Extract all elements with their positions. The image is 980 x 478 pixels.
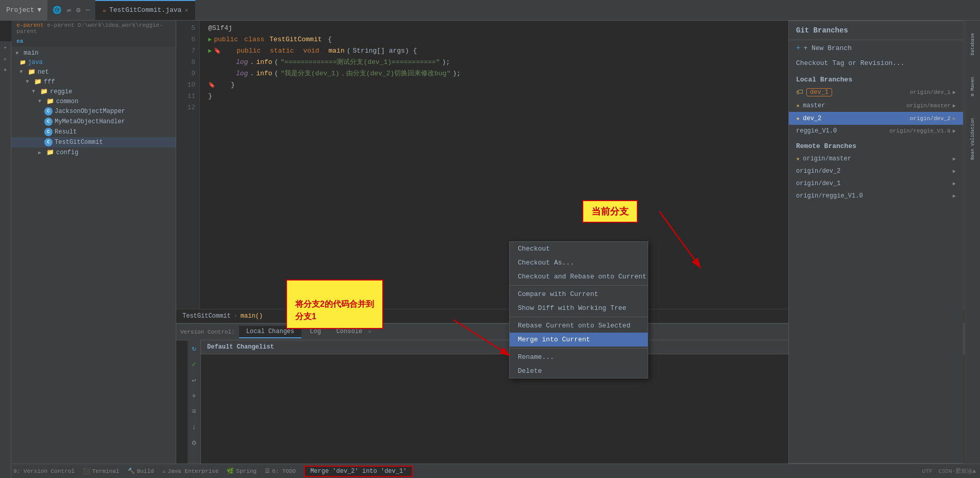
structure-icon[interactable]: ≡	[3, 58, 8, 60]
java-file-icon: ☕	[103, 6, 106, 14]
file-tab-close[interactable]: ✕	[184, 7, 188, 13]
tree-common[interactable]: ▼ 📁 common	[11, 96, 176, 106]
star-icon-rmaster: ★	[796, 155, 800, 162]
tag-icon-dev1: 🏷	[796, 88, 803, 96]
tree-result[interactable]: C Result	[11, 127, 176, 137]
project-path: e-parent e-parent D:\work\idea_work\regg…	[11, 21, 176, 36]
ctx-checkout-as[interactable]: Checkout As...	[510, 256, 648, 270]
branch-dev2[interactable]: ★ dev_2 origin/dev_2 ▶	[789, 112, 963, 125]
terminal-tab[interactable]: ⬛ Terminal	[83, 468, 120, 474]
reggie-arrow: ▶	[953, 128, 956, 134]
branch-dev1[interactable]: 🏷 dev_1 origin/dev_1 ▶	[789, 86, 963, 99]
tree-net[interactable]: ▼ 📁 net	[11, 67, 176, 77]
remote-branch-dev1[interactable]: origin/dev_1 ▶	[789, 177, 963, 190]
todo-tab[interactable]: ☰ 6: TODO	[265, 468, 296, 474]
vc-tab-label: 9: Version Control	[13, 468, 75, 474]
line-numbers: 5 6 7 8 9 10 11 12	[176, 21, 200, 309]
minus-icon[interactable]: ─	[86, 6, 90, 14]
ctx-merge[interactable]: Merge into Current	[510, 333, 648, 347]
globe-icon[interactable]: 🌐	[53, 6, 61, 14]
tree-main[interactable]: ▼ main	[11, 48, 176, 58]
tree-metameta[interactable]: C MyMetaObjectHandler	[11, 117, 176, 127]
remote-dev2-left: origin/dev_2	[796, 168, 840, 175]
console-close[interactable]: ✕	[368, 329, 371, 335]
rdev1-name: origin/dev_1	[796, 180, 840, 187]
plus-icon: +	[796, 44, 800, 52]
je-icon: ☕	[162, 468, 166, 474]
ctx-checkout-rebase[interactable]: Checkout and Rebase onto Current	[510, 270, 648, 284]
reggie-v1-remote: origin/reggie_V1.0	[889, 128, 951, 134]
build-label: Build	[137, 468, 154, 474]
tree-fff[interactable]: ▼ 📁 fff	[11, 77, 176, 87]
local-branches-header: Local Branches	[789, 71, 963, 86]
ctx-show-diff[interactable]: Show Diff with Working Tree	[510, 301, 648, 315]
remote-branch-dev2[interactable]: origin/dev_2 ▶	[789, 165, 963, 177]
project-label: Project	[6, 6, 35, 14]
project-tree: ▼ main 📁 java ▼ 📁 net ▼ 📁 fff	[11, 46, 176, 478]
checkout-tag-action[interactable]: Checkout Tag or Revision...	[789, 56, 963, 71]
expand-icon: ▼	[15, 51, 22, 56]
undo-icon[interactable]: ↩	[192, 376, 196, 385]
gear-icon[interactable]: ⚙	[76, 6, 80, 14]
tree-jackson[interactable]: C JacksonObjectMapper	[11, 106, 176, 117]
spring-label: Spring	[236, 468, 257, 474]
jackson-label: JacksonObjectMapper	[55, 108, 125, 115]
web-icon[interactable]: ◈	[3, 68, 8, 73]
ctx-compare[interactable]: Compare with Current	[510, 287, 648, 301]
line-8: 8	[176, 57, 195, 68]
dev2-arrow: ▶	[953, 116, 956, 122]
ctx-sep2	[510, 317, 648, 317]
tree-config[interactable]: ▶ 📁 config	[11, 147, 176, 157]
bean-validation-strip[interactable]: Bean Validation	[970, 108, 975, 170]
new-branch-action[interactable]: + + New Branch	[789, 40, 963, 56]
download-icon[interactable]: ↓	[192, 423, 196, 431]
branch-reggie-v1[interactable]: reggie_V1.0 origin/reggie_V1.0 ▶	[789, 125, 963, 137]
branch-dev1-right: origin/dev_1 ▶	[910, 89, 956, 95]
master-name: master	[803, 102, 825, 109]
version-control-tab[interactable]: 🔧 9: Version Control	[4, 468, 75, 474]
branch-reggie-right: origin/reggie_V1.0 ▶	[889, 128, 956, 134]
spring-tab[interactable]: 🌿 Spring	[227, 468, 257, 474]
refresh-icon[interactable]: ↻	[192, 344, 196, 353]
breadcrumb-file: TestGitCommit	[182, 312, 231, 320]
common-label: common	[56, 98, 78, 105]
branch-master[interactable]: ★ master origin/master ▶	[789, 99, 963, 112]
java-enterprise-tab[interactable]: ☕ Java Enterprise	[162, 468, 219, 474]
settings-icon[interactable]: ⚙	[192, 438, 196, 447]
remote-dev1-right: ▶	[953, 180, 956, 187]
maven-strip[interactable]: m Maven	[970, 67, 975, 107]
file-tab-testgitcommit[interactable]: ☕ TestGitCommit.java ✕	[95, 0, 196, 20]
ctx-rename[interactable]: Rename...	[510, 350, 648, 364]
plus-icon[interactable]: +	[192, 392, 196, 400]
favorites-icon[interactable]: ★	[3, 45, 8, 51]
split-icon[interactable]: ⇌	[66, 6, 71, 14]
branch-master-right: origin/master ▶	[906, 103, 956, 109]
tree-java[interactable]: 📁 java	[11, 58, 176, 67]
ctx-rebase[interactable]: Rebase Current onto Selected	[510, 319, 648, 333]
build-tab[interactable]: 🔨 Build	[128, 468, 154, 474]
project-tab[interactable]: Project ▼	[0, 0, 47, 20]
project-arrow: ▼	[38, 6, 42, 14]
ea-item[interactable]: ea	[11, 36, 176, 46]
ctx-checkout[interactable]: Checkout	[510, 242, 648, 256]
database-strip[interactable]: Database	[970, 23, 975, 65]
status-tabs: 🔧 9: Version Control ⬛ Terminal 🔨 Build …	[4, 468, 296, 474]
je-label: Java Enterprise	[167, 468, 218, 474]
remote-branch-reggie[interactable]: origin/reggie_V1.0 ▶	[789, 190, 963, 202]
dev1-name: dev_1	[806, 88, 832, 96]
git-branches-panel: Git Branches + + New Branch Checkout Tag…	[788, 21, 964, 464]
remote-dev1-left: origin/dev_1	[796, 180, 840, 187]
tree-testgit[interactable]: C TestGitCommit	[11, 137, 176, 147]
expand-net: ▼	[20, 69, 26, 75]
remote-branch-master[interactable]: ★ origin/master ▶	[789, 152, 963, 165]
star-icon-dev2: ★	[796, 114, 800, 122]
list-icon[interactable]: ≡	[192, 407, 196, 416]
java-class-icon-meta: C	[44, 118, 53, 126]
tree-reggie[interactable]: ▼ 📁 reggie	[11, 87, 176, 96]
dev2-name: dev_2	[803, 115, 821, 122]
java-label: java	[28, 59, 43, 66]
ctx-sep1	[510, 285, 648, 286]
check-icon[interactable]: ✓	[192, 360, 196, 369]
ctx-delete[interactable]: Delete	[510, 364, 648, 378]
rreggie-arrow: ▶	[953, 193, 956, 199]
